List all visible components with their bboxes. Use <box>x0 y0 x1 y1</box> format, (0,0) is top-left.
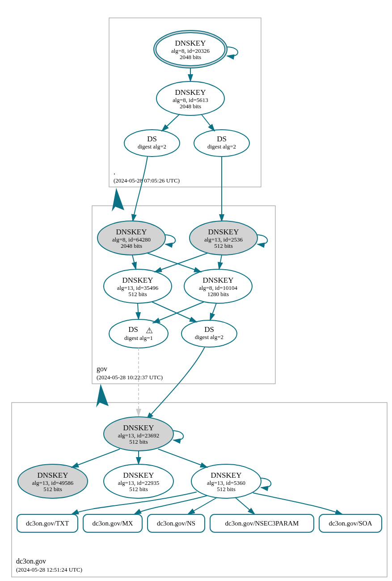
svg-text:alg=13, id=2536: alg=13, id=2536 <box>204 236 243 243</box>
edge-govk4-ds1 <box>153 302 204 323</box>
record-mx: dc3on.gov/MX <box>83 514 142 532</box>
self-loop-gov-k1 <box>164 235 175 244</box>
edge-govk1-govk4 <box>148 253 201 272</box>
edge-govk3-ds1 <box>138 303 139 319</box>
svg-text:dc3on.gov/SOA: dc3on.gov/SOA <box>329 520 372 527</box>
svg-text:512 bits: 512 bits <box>214 242 233 249</box>
node-gov-ds2: DS digest alg=2 <box>181 320 237 347</box>
node-root-zsk: DNSKEY alg=8, id=5613 2048 bits <box>156 81 224 115</box>
self-loop-root-ksk <box>227 47 238 56</box>
edge-govds2-leafksk <box>147 347 205 420</box>
svg-text:dc3on.gov/NS: dc3on.gov/NS <box>157 520 195 527</box>
edge-leafksk-k1 <box>72 449 120 467</box>
svg-text:512 bits: 512 bits <box>43 486 62 492</box>
edge-govk3-ds2 <box>152 302 197 322</box>
zone-leaf-time: (2024-05-28 12:51:24 UTC) <box>16 566 82 573</box>
svg-text:alg=8, id=5613: alg=8, id=5613 <box>173 97 208 103</box>
svg-text:DNSKEY: DNSKEY <box>208 228 239 236</box>
svg-text:alg=13, id=49586: alg=13, id=49586 <box>32 479 74 486</box>
zone-gov-time: (2024-05-28 10:22:37 UTC) <box>97 374 163 381</box>
node-gov-ds1: DS ⚠ digest alg=1 <box>109 319 168 348</box>
edge-k3-soa <box>253 493 342 514</box>
edge-govk4-ds2 <box>210 303 216 320</box>
svg-text:dc3on.gov/TXT: dc3on.gov/TXT <box>26 520 69 527</box>
svg-text:2048 bits: 2048 bits <box>180 54 201 60</box>
svg-text:dc3on.gov/NSEC3PARAM: dc3on.gov/NSEC3PARAM <box>225 520 299 527</box>
svg-text:DNSKEY: DNSKEY <box>38 471 68 479</box>
record-txt: dc3on.gov/TXT <box>17 514 78 532</box>
svg-text:DNSKEY: DNSKEY <box>123 471 154 479</box>
svg-text:DNSKEY: DNSKEY <box>123 424 154 432</box>
svg-text:DNSKEY: DNSKEY <box>175 88 206 97</box>
edge-govk1-govk3 <box>132 255 136 269</box>
svg-text:512 bits: 512 bits <box>129 486 148 492</box>
svg-text:alg=8, id=10104: alg=8, id=10104 <box>199 284 238 291</box>
node-leaf-k2: DNSKEY alg=13, id=22935 512 bits <box>104 464 173 498</box>
svg-text:DNSKEY: DNSKEY <box>203 276 234 284</box>
edge-ds1-govk1 <box>133 157 148 221</box>
zone-arrow-root-gov <box>112 188 124 212</box>
svg-point-31 <box>109 319 168 348</box>
svg-text:2048 bits: 2048 bits <box>121 242 142 249</box>
zone-gov-name: gov <box>97 365 107 373</box>
svg-text:DS: DS <box>217 135 227 143</box>
node-gov-k3: DNSKEY alg=13, id=35496 512 bits <box>104 269 172 303</box>
edge-rootzsk-ds1 <box>162 114 180 131</box>
svg-text:DNSKEY: DNSKEY <box>211 471 242 479</box>
edge-leafksk-k3 <box>158 449 207 467</box>
svg-text:digest alg=2: digest alg=2 <box>195 334 223 340</box>
svg-text:alg=13, id=5360: alg=13, id=5360 <box>207 479 245 486</box>
zone-leaf-name: dc3on.gov <box>16 557 46 565</box>
svg-text:DNSKEY: DNSKEY <box>116 228 147 236</box>
svg-text:alg=8, id=64280: alg=8, id=64280 <box>112 236 151 243</box>
svg-text:2048 bits: 2048 bits <box>180 103 201 110</box>
svg-text:DNSKEY: DNSKEY <box>175 39 206 47</box>
record-nsec3param: dc3on.gov/NSEC3PARAM <box>210 514 314 532</box>
self-loop-leaf-ksk <box>173 431 183 440</box>
svg-text:DS: DS <box>128 325 138 334</box>
self-loop-leaf-k3 <box>260 478 271 488</box>
edge-rootzsk-ds2 <box>201 114 215 131</box>
node-root-ds2: DS digest alg=2 <box>194 130 249 157</box>
svg-text:digest alg=2: digest alg=2 <box>138 143 166 150</box>
svg-text:DS: DS <box>204 325 214 334</box>
node-leaf-k1: DNSKEY alg=13, id=49586 512 bits <box>18 464 88 498</box>
svg-text:512 bits: 512 bits <box>217 486 236 492</box>
svg-text:digest alg=1: digest alg=1 <box>124 335 153 341</box>
record-ns: dc3on.gov/NS <box>148 514 205 532</box>
svg-text:512 bits: 512 bits <box>129 438 148 445</box>
edge-govk2-govk3 <box>155 253 207 272</box>
node-root-ds1: DS digest alg=2 <box>124 130 180 157</box>
svg-text:alg=13, id=23692: alg=13, id=23692 <box>118 432 160 439</box>
self-loop-gov-k2 <box>257 235 267 244</box>
record-soa: dc3on.gov/SOA <box>319 514 382 532</box>
svg-text:alg=13, id=35496: alg=13, id=35496 <box>117 284 159 291</box>
svg-text:1280 bits: 1280 bits <box>207 291 229 297</box>
zone-arrow-gov-leaf <box>96 384 109 407</box>
node-root-ksk: DNSKEY alg=8, id=20326 2048 bits <box>154 30 227 68</box>
node-gov-k2: DNSKEY alg=13, id=2536 512 bits <box>190 221 257 255</box>
node-leaf-k3: DNSKEY alg=13, id=5360 512 bits <box>191 464 261 498</box>
svg-text:alg=13, id=22935: alg=13, id=22935 <box>118 479 160 486</box>
zone-root-time: (2024-05-28 07:05:26 UTC) <box>114 177 180 184</box>
svg-text:DS: DS <box>147 135 157 143</box>
edge-k3-nsec3 <box>235 497 255 514</box>
node-leaf-ksk: DNSKEY alg=13, id=23692 512 bits <box>104 417 173 451</box>
svg-text:digest alg=2: digest alg=2 <box>207 143 236 150</box>
svg-text:alg=8, id=20326: alg=8, id=20326 <box>171 47 210 54</box>
edge-govk2-govk4 <box>219 255 222 269</box>
warning-icon: ⚠ <box>146 326 153 335</box>
zone-root-name: . <box>114 168 115 176</box>
edge-k3-ns <box>188 497 217 514</box>
svg-text:DNSKEY: DNSKEY <box>122 276 153 284</box>
svg-text:512 bits: 512 bits <box>128 291 147 297</box>
node-gov-k4: DNSKEY alg=8, id=10104 1280 bits <box>184 269 252 303</box>
node-gov-k1: DNSKEY alg=8, id=64280 2048 bits <box>97 221 165 255</box>
svg-text:dc3on.gov/MX: dc3on.gov/MX <box>92 520 133 527</box>
